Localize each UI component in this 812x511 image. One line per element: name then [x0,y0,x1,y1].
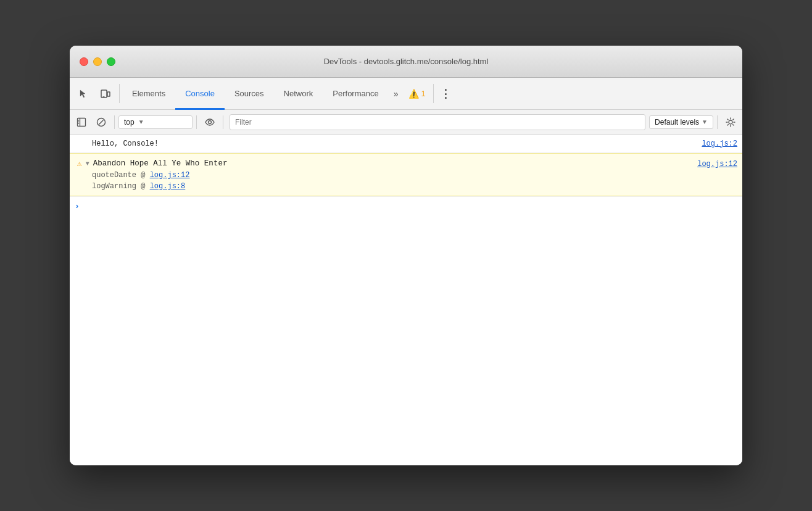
context-selector[interactable]: top ▼ [118,115,193,129]
log-source-link[interactable]: log.js:2 [702,139,737,148]
stack-frame-2: logWarning @ log.js:8 [77,182,697,191]
live-expressions-button[interactable] [201,114,219,131]
stack-link-1[interactable]: log.js:12 [150,171,190,180]
svg-rect-1 [107,92,110,96]
log-levels-button[interactable]: Default levels ▼ [649,115,713,129]
stack-fn-1: quoteDante @ [92,171,150,180]
devtools-tabbar: Elements Console Sources Network Perform… [70,78,742,110]
warning-content: ⚠ ▼ Abandon Hope All Ye Who Enter quoteD… [77,159,697,191]
warning-source-link[interactable]: log.js:12 [697,160,737,168]
toggle-sidebar-button[interactable] [72,114,91,131]
tab-overflow-button[interactable]: » [389,78,404,109]
stack-link-2[interactable]: log.js:8 [150,182,186,191]
svg-point-10 [209,120,212,123]
tab-network[interactable]: Network [274,78,323,110]
filter-input[interactable] [230,114,645,130]
tab-sources[interactable]: Sources [225,78,274,110]
svg-line-9 [99,120,104,124]
stack-frame-1: quoteDante @ log.js:12 [77,171,697,180]
window-title: DevTools - devtools.glitch.me/console/lo… [324,57,489,66]
minimize-button[interactable] [93,57,102,66]
tab-elements[interactable]: Elements [122,78,175,110]
toolbar-separator-3 [223,115,223,129]
console-input-row[interactable]: › [70,196,742,216]
close-button[interactable] [80,57,88,66]
svg-rect-0 [101,90,107,98]
svg-point-11 [729,120,732,124]
levels-arrow-icon: ▼ [702,118,708,125]
context-selector-arrow: ▼ [138,118,144,125]
console-toolbar: top ▼ Default levels ▼ [70,110,742,135]
maximize-button[interactable] [107,57,115,66]
console-settings-button[interactable] [721,114,740,131]
toolbar-separator-1 [114,115,115,129]
tab-console[interactable]: Console [175,78,225,110]
select-element-icon[interactable] [72,78,94,109]
sep-before-more [433,84,434,103]
warning-main-line: ⚠ ▼ Abandon Hope All Ye Who Enter [77,159,697,168]
log-message: Hello, Console! [92,139,159,148]
warning-title: Abandon Hope All Ye Who Enter [93,159,228,168]
toolbar-separator-2 [196,115,197,129]
clear-console-button[interactable] [92,114,110,131]
stack-fn-2: logWarning @ [92,182,150,191]
warning-badge[interactable]: ⚠️ 1 [404,78,431,109]
warning-triangle-icon: ⚠️ [408,89,419,99]
tab-separator [119,84,120,103]
tab-performance[interactable]: Performance [323,78,388,110]
more-options-button[interactable]: ⋮ [436,78,456,109]
toolbar-separator-4 [717,115,718,129]
console-warning-entry: ⚠ ▼ Abandon Hope All Ye Who Enter quoteD… [70,153,742,196]
traffic-lights [80,57,115,66]
devtools-window: DevTools - devtools.glitch.me/console/lo… [70,46,742,465]
warning-icon: ⚠ [77,159,82,168]
titlebar: DevTools - devtools.glitch.me/console/lo… [70,46,742,78]
console-output: Hello, Console! log.js:2 ⚠ ▼ Abandon Hop… [70,135,742,465]
console-prompt-icon: › [75,202,80,211]
console-log-entry: Hello, Console! log.js:2 [70,135,742,153]
device-toolbar-icon[interactable] [94,78,117,109]
expand-warning-button[interactable]: ▼ [86,160,89,167]
